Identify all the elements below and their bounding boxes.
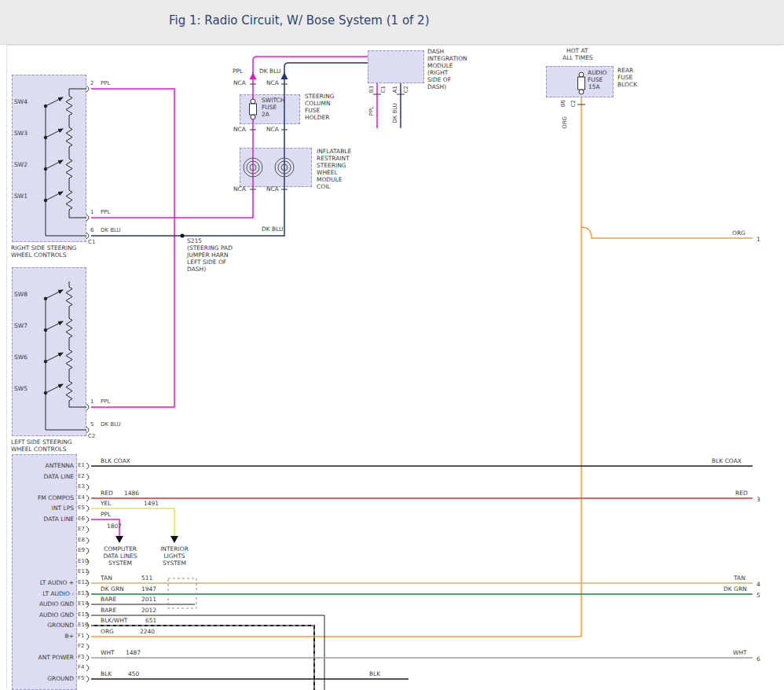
computer-data-lines-label: DATA LINES: [96, 552, 145, 560]
coil-module-label: WHEEL: [317, 169, 338, 176]
dim-pin-b3: B3: [368, 86, 375, 93]
dkblu-wire-label: DK BLU: [259, 68, 281, 75]
audio-fuse-text: 15A: [588, 83, 600, 90]
s215-label: DASH): [187, 266, 206, 273]
pin-id: E3: [78, 483, 85, 490]
wire-circuit-1486: 1486: [124, 490, 139, 497]
edge-number-4: 4: [757, 581, 760, 588]
ppl-wire-pin1-to-coil: [91, 187, 253, 218]
pin-id: E10: [78, 558, 88, 565]
computer-data-lines-label: COMPUTER: [96, 545, 145, 552]
row-label-data-line: DATA LINE: [13, 516, 74, 523]
wire-circuit-1491: 1491: [144, 500, 159, 507]
ppl-continuation-arrow: [250, 72, 257, 79]
audio-fuse-symbol: [578, 72, 585, 94]
connector-id-c1: C1: [88, 239, 95, 246]
pin-id: E4: [78, 494, 85, 501]
edge-number-6: 6: [757, 655, 760, 662]
fuse-holder-label: FUSE: [305, 107, 320, 114]
pin-wire-name: PPL: [101, 80, 110, 87]
dim-label: DASH): [427, 83, 446, 90]
coil-module-label: INFLATABLE: [317, 148, 351, 155]
wire-circuit-1947: 1947: [141, 585, 156, 593]
nca-label: NCA: [266, 79, 279, 86]
rear-fuse-block-label: BLOCK: [617, 81, 637, 88]
dim-label: (RIGHT: [427, 69, 448, 76]
edge-label-wht: WHT: [733, 649, 747, 656]
pin-wire-name: DK BLU: [101, 421, 121, 428]
fuse-pin-b6: B6: [560, 100, 566, 107]
yel-branch-arrow: [170, 536, 178, 543]
switch-fuse-symbol: [250, 99, 257, 119]
pin-number: 2: [90, 80, 93, 87]
pin-id: F5: [78, 675, 84, 682]
pin-number: 5: [90, 421, 93, 428]
fuse-connector-c2: C2: [570, 100, 577, 107]
wire-label-blk-wht: BLK/WHT: [101, 617, 127, 624]
switch-label-sw7: SW7: [14, 322, 27, 329]
nca-label: NCA: [233, 185, 246, 193]
right-box-caption: RIGHT SIDE STEERING: [11, 244, 76, 251]
left-box-caption: LEFT SIDE STEERING: [11, 439, 72, 446]
row-label-ground: GROUND: [13, 622, 74, 629]
pin-id: F3: [78, 654, 84, 661]
pin-id: E9: [78, 547, 85, 554]
edge-label-tan: TAN: [734, 574, 746, 582]
edge-label-red: RED: [735, 490, 748, 497]
dim-label: INTEGRATION: [427, 55, 467, 62]
pin-wire-name: PPL: [101, 398, 110, 406]
coil-module-label: RESTRAINT: [317, 155, 350, 162]
pin-number: 1: [90, 209, 93, 216]
row-label-lt-audio-plus: LT AUDIO +: [13, 579, 74, 586]
dim-connector-c2: C2: [403, 86, 409, 93]
s215-label: LEFT SIDE OF: [187, 259, 226, 266]
wire-label-tan: TAN: [101, 574, 112, 582]
pin-wire-name: DK BLU: [101, 227, 121, 234]
ppl-wires: [91, 57, 377, 407]
switch-label-sw2: SW2: [14, 161, 27, 168]
edge-label-blk-coax: BLK COAX: [712, 457, 742, 464]
wire-circuit-1807: 1807: [107, 523, 122, 530]
ppl-wire-pin2-to-left-box: [91, 89, 174, 407]
pin-id: E2: [78, 473, 85, 480]
row-label-data-line: DATA LINE: [13, 473, 74, 480]
edge-label-dk-grn: DK GRN: [724, 585, 747, 593]
wire-circuit-2011: 2011: [141, 596, 156, 603]
row-label-ground: GROUND: [13, 675, 74, 682]
switch-label-sw5: SW5: [14, 385, 27, 392]
connector-id-c2: C2: [88, 433, 95, 440]
wire-label-ppl: PPL: [101, 511, 111, 518]
row-label-lt-audio-minus: LT AUDIO -: [13, 590, 74, 597]
pin-id: E14: [78, 600, 88, 607]
row-label-ant-power: ANT POWER: [13, 654, 74, 661]
row-label-fm-compos: FM COMPOS: [13, 494, 74, 501]
pin-id: F1: [78, 633, 84, 640]
switch-fuse-text: FUSE: [262, 104, 277, 111]
dkblu-mid-label: DK BLU: [262, 226, 284, 233]
audio-fuse-text: FUSE: [588, 76, 603, 83]
s215-label: JUMPER HARN: [187, 251, 229, 259]
switch-label-sw8: SW8: [14, 291, 27, 298]
wire-label-dk-grn: DK GRN: [101, 585, 124, 593]
wire-label-blk-coax: BLK COAX: [101, 457, 130, 464]
pin-id: E7: [78, 526, 85, 533]
wire-circuit-1487: 1487: [126, 649, 141, 656]
dim-pin-a1: A1: [392, 86, 398, 93]
fuse-wire-org: ORG: [562, 116, 568, 129]
pin-id: E6: [78, 516, 85, 523]
nca-label: NCA: [266, 185, 279, 193]
fuse-holder-label: HOLDER: [305, 114, 329, 121]
interior-lights-label: INTERIOR: [152, 545, 196, 552]
nca-label: NCA: [266, 126, 279, 133]
ppl-branch-arrow: [115, 536, 123, 543]
dim-wire-dkblu: DK BLU: [392, 103, 398, 123]
edge-number-3: 3: [757, 496, 760, 503]
wire-label-red: RED: [101, 490, 113, 497]
coil-symbols: [244, 158, 294, 177]
pin-number: 1: [90, 398, 93, 406]
steering-pin-brackets: [86, 86, 89, 433]
ppl-wire-label: PPL: [233, 68, 243, 75]
dim-connector-c1: C1: [380, 86, 387, 93]
pin-id: E1: [78, 462, 85, 469]
row-label-audio-gnd: AUDIO GND: [13, 611, 74, 618]
